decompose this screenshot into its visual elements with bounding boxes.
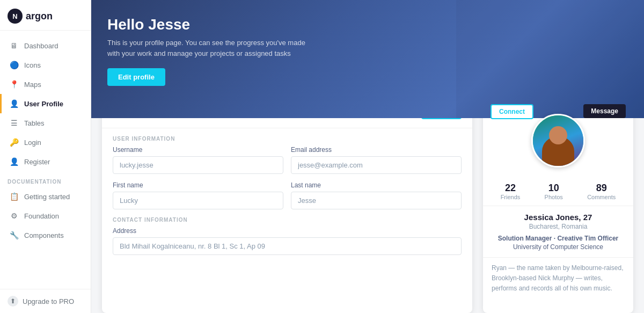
documentation-section-label: DOCUMENTATION <box>0 171 91 187</box>
logo-text: argon <box>26 11 53 22</box>
edit-profile-button[interactable]: Edit profile <box>107 68 165 86</box>
sidebar-item-register[interactable]: 👤 Register <box>0 152 91 171</box>
user-profile-icon: 👤 <box>9 99 19 108</box>
profile-name: Jessica Jones, 27 <box>492 213 625 222</box>
comments-label: Comments <box>587 194 616 200</box>
sidebar-item-label: Maps <box>24 81 41 89</box>
profile-card: Connect Message 22 Friends 10 Photos <box>483 97 633 313</box>
user-info-form: Username Email address First name Last n… <box>102 146 472 209</box>
sidebar-item-dashboard[interactable]: 🖥 Dashboard <box>0 36 91 55</box>
photos-stat: 10 Photos <box>545 183 563 200</box>
username-group: Username <box>113 146 283 174</box>
username-input[interactable] <box>113 156 283 174</box>
comments-stat: 89 Comments <box>587 183 616 200</box>
profile-info: Jessica Jones, 27 Bucharest, Romania Sol… <box>483 206 633 257</box>
sidebar-bottom: ⬆ Upgrade to PRO <box>0 289 91 313</box>
sidebar-item-components[interactable]: 🔧 Components <box>0 225 91 245</box>
sidebar-item-label: Getting started <box>24 193 70 201</box>
user-info-section-label: USER INFORMATION <box>102 128 472 146</box>
avatar-wrapper <box>483 114 633 168</box>
sidebar-item-user-profile[interactable]: 👤 User Profile <box>0 94 91 113</box>
components-icon: 🔧 <box>9 230 19 240</box>
connect-button[interactable]: Connect <box>491 104 533 119</box>
cards-area: My account Settings USER INFORMATION Use… <box>91 97 644 313</box>
address-input[interactable] <box>113 237 462 255</box>
firstname-input[interactable] <box>113 192 283 209</box>
comments-count: 89 <box>587 183 616 194</box>
hero-title: Hello Jesse <box>107 16 628 33</box>
friends-label: Friends <box>501 194 521 200</box>
sidebar-item-label: Login <box>24 139 41 147</box>
sidebar-item-maps[interactable]: 📍 Maps <box>0 75 91 94</box>
firstname-group: First name <box>113 181 283 209</box>
dashboard-icon: 🖥 <box>9 41 19 50</box>
avatar <box>531 114 585 168</box>
friends-count: 22 <box>501 183 521 194</box>
account-card: My account Settings USER INFORMATION Use… <box>102 97 472 313</box>
profile-education: University of Computer Science <box>492 243 625 251</box>
sidebar-item-label: Dashboard <box>24 42 58 50</box>
message-button[interactable]: Message <box>583 104 626 118</box>
sidebar-item-icons[interactable]: 🔵 Icons <box>0 55 91 75</box>
sidebar-item-label: Foundation <box>24 212 59 220</box>
login-icon: 🔑 <box>9 137 19 147</box>
getting-started-icon: 📋 <box>9 192 19 201</box>
lastname-label: Last name <box>291 181 462 189</box>
sidebar-item-label: Components <box>24 231 64 239</box>
photos-label: Photos <box>545 194 563 200</box>
lastname-group: Last name <box>291 181 462 209</box>
sidebar-item-label: Register <box>24 158 50 166</box>
upgrade-label: Upgrade to PRO <box>23 297 74 305</box>
username-label: Username <box>113 146 283 154</box>
sidebar: N argon 🖥 Dashboard 🔵 Icons 📍 Maps 👤 Use… <box>0 0 91 313</box>
icons-icon: 🔵 <box>9 60 19 70</box>
sidebar-item-label: Icons <box>24 61 41 69</box>
sidebar-item-tables[interactable]: ☰ Tables <box>0 113 91 133</box>
firstname-label: First name <box>113 181 283 189</box>
friends-stat: 22 Friends <box>501 183 521 200</box>
sidebar-navigation: 🖥 Dashboard 🔵 Icons 📍 Maps 👤 User Profil… <box>0 31 91 289</box>
lastname-input[interactable] <box>291 192 462 209</box>
avatar-image <box>533 115 583 166</box>
upgrade-to-pro-button[interactable]: ⬆ Upgrade to PRO <box>8 296 83 307</box>
address-group: Address <box>113 227 462 255</box>
profile-role: Solution Manager · Creative Tim Officer <box>492 235 625 242</box>
sidebar-item-label: Tables <box>24 119 45 127</box>
address-label: Address <box>113 227 462 235</box>
profile-stats: 22 Friends 10 Photos 89 Comments <box>483 175 633 206</box>
sidebar-item-label: User Profile <box>24 100 63 108</box>
upgrade-icon: ⬆ <box>8 296 18 307</box>
sidebar-item-getting-started[interactable]: 📋 Getting started <box>0 187 91 206</box>
profile-top: Connect Message <box>483 97 633 175</box>
sidebar-item-login[interactable]: 🔑 Login <box>0 133 91 152</box>
main-content: Hello Jesse This is your profile page. Y… <box>91 0 644 313</box>
contact-form: Address <box>102 227 472 255</box>
email-group: Email address <box>291 146 462 174</box>
email-label: Email address <box>291 146 462 154</box>
foundation-icon: ⚙ <box>9 211 19 221</box>
maps-icon: 📍 <box>9 79 19 89</box>
email-input[interactable] <box>291 156 462 174</box>
contact-info-section-label: CONTACT INFORMATION <box>102 209 472 227</box>
profile-bio: Ryan — the name taken by Melbourne-raise… <box>483 257 633 300</box>
profile-location: Bucharest, Romania <box>492 223 625 230</box>
logo[interactable]: N argon <box>0 0 91 31</box>
logo-icon: N <box>8 9 23 24</box>
register-icon: 👤 <box>9 157 19 166</box>
hero-subtitle: This is your profile page. You can see t… <box>107 38 311 59</box>
photos-count: 10 <box>545 183 563 194</box>
tables-icon: ☰ <box>9 118 19 128</box>
sidebar-item-foundation[interactable]: ⚙ Foundation <box>0 206 91 225</box>
